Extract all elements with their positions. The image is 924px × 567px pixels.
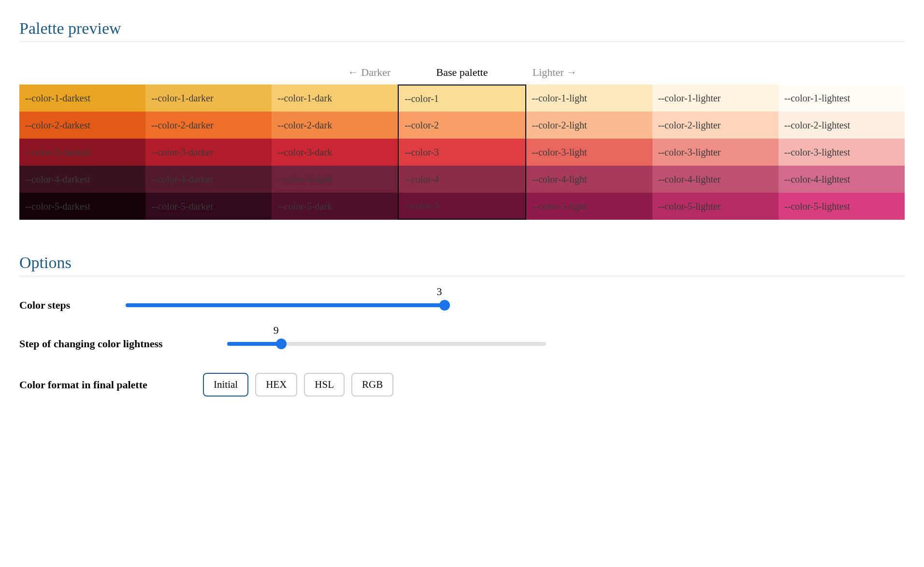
color-format-row: Color format in final palette InitialHEX…: [19, 373, 905, 397]
palette-row: --color-4-darkest--color-4-darker--color…: [19, 166, 905, 193]
palette-swatch[interactable]: --color-2-dark: [272, 112, 398, 139]
palette-swatch[interactable]: --color-2-darker: [145, 112, 272, 139]
palette-swatch[interactable]: --color-3-light: [526, 139, 652, 166]
color-steps-row: Color steps 3: [19, 296, 905, 315]
palette-swatch[interactable]: --color-1: [398, 85, 526, 112]
lightness-step-value: 9: [274, 324, 279, 337]
color-format-label: Color format in final palette: [19, 379, 203, 391]
preview-title: Palette preview: [19, 19, 905, 38]
palette-swatch[interactable]: --color-5-light: [526, 193, 652, 220]
lightness-step-slider[interactable]: 9: [227, 334, 546, 354]
options-section: Options Color steps 3 Step of changing c…: [19, 254, 905, 397]
palette-swatch[interactable]: --color-3-darkest: [19, 139, 145, 166]
header-base-label: Base palette: [416, 66, 508, 79]
color-steps-label: Color steps: [19, 299, 106, 312]
palette-swatch[interactable]: --color-1-darkest: [19, 85, 145, 112]
palette-swatch[interactable]: --color-4-darker: [145, 166, 272, 193]
palette-row: --color-5-darkest--color-5-darker--color…: [19, 193, 905, 220]
palette-swatch[interactable]: --color-1-lightest: [779, 85, 905, 112]
lightness-step-label: Step of changing color lightness: [19, 338, 227, 350]
palette-swatch[interactable]: --color-4-dark: [272, 166, 398, 193]
header-lighter-label: Lighter →: [508, 66, 601, 79]
palette-row: --color-2-darkest--color-2-darker--color…: [19, 112, 905, 139]
palette-row: --color-3-darkest--color-3-darker--color…: [19, 139, 905, 166]
palette-swatch[interactable]: --color-5: [398, 193, 526, 220]
palette-swatch[interactable]: --color-5-lightest: [779, 193, 905, 220]
palette-swatch[interactable]: --color-3-darker: [145, 139, 272, 166]
color-format-group: InitialHEXHSLRGB: [203, 373, 393, 397]
palette-swatch[interactable]: --color-3: [398, 139, 526, 166]
palette-preview-section: Palette preview ← Darker Base palette Li…: [19, 19, 905, 220]
palette-swatch[interactable]: --color-1-lighter: [652, 85, 779, 112]
palette-header-row: ← Darker Base palette Lighter →: [19, 66, 905, 79]
palette-swatch[interactable]: --color-5-darkest: [19, 193, 145, 220]
preview-divider: [19, 42, 905, 42]
header-darker-label: ← Darker: [323, 66, 416, 79]
palette-swatch[interactable]: --color-3-lightest: [779, 139, 905, 166]
options-title: Options: [19, 254, 905, 272]
palette-swatch[interactable]: --color-4-lightest: [779, 166, 905, 193]
palette-swatch[interactable]: --color-4-light: [526, 166, 652, 193]
lightness-step-row: Step of changing color lightness 9: [19, 334, 905, 354]
palette-swatch[interactable]: --color-3-dark: [272, 139, 398, 166]
palette-swatch[interactable]: --color-5-lighter: [652, 193, 779, 220]
palette-row: --color-1-darkest--color-1-darker--color…: [19, 85, 905, 112]
palette-swatch[interactable]: --color-1-dark: [272, 85, 398, 112]
format-option-initial[interactable]: Initial: [203, 373, 248, 397]
color-steps-slider[interactable]: 3: [126, 296, 445, 315]
format-option-rgb[interactable]: RGB: [351, 373, 393, 397]
palette-swatch[interactable]: --color-2-lightest: [779, 112, 905, 139]
format-option-hsl[interactable]: HSL: [304, 373, 345, 397]
palette-swatch[interactable]: --color-5-dark: [272, 193, 398, 220]
palette-swatch[interactable]: --color-2-light: [526, 112, 652, 139]
palette-table: --color-1-darkest--color-1-darker--color…: [19, 85, 905, 220]
palette-swatch[interactable]: --color-3-lighter: [652, 139, 779, 166]
palette-swatch[interactable]: --color-1-light: [526, 85, 652, 112]
palette-swatch[interactable]: --color-4-lighter: [652, 166, 779, 193]
format-option-hex[interactable]: HEX: [255, 373, 297, 397]
color-steps-value: 3: [437, 285, 442, 298]
palette-swatch[interactable]: --color-2: [398, 112, 526, 139]
options-divider: [19, 276, 905, 276]
palette-swatch[interactable]: --color-4-darkest: [19, 166, 145, 193]
palette-swatch[interactable]: --color-2-lighter: [652, 112, 779, 139]
palette-swatch[interactable]: --color-4: [398, 166, 526, 193]
palette-swatch[interactable]: --color-2-darkest: [19, 112, 145, 139]
palette-swatch[interactable]: --color-1-darker: [145, 85, 272, 112]
palette-swatch[interactable]: --color-5-darker: [145, 193, 272, 220]
